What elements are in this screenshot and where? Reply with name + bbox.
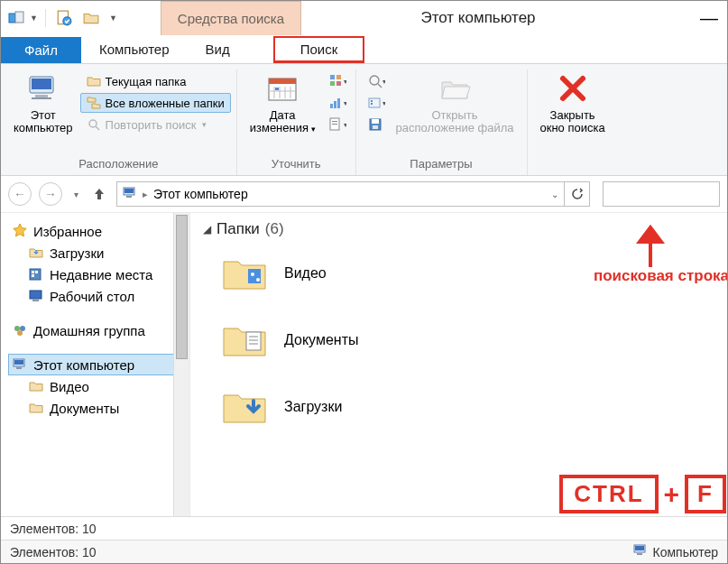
size-filter-button[interactable]: ▾	[328, 95, 346, 111]
svg-text:▾: ▾	[344, 78, 346, 86]
svg-point-52	[14, 326, 20, 331]
address-bar[interactable]: ▸ Этот компьютер ⌄	[116, 181, 565, 207]
other-props-button[interactable]: ▾	[328, 116, 346, 133]
status-bar-inner: Элементов: 10	[1, 516, 727, 540]
repeat-search-button[interactable]: Повторить поиск ▾	[80, 115, 231, 134]
recent-icon	[28, 266, 44, 282]
recent-searches-button[interactable]: ▾	[367, 73, 385, 89]
up-button[interactable]	[89, 184, 109, 204]
search-again-icon	[87, 117, 101, 132]
tab-search[interactable]: Поиск	[273, 36, 365, 63]
current-folder-button[interactable]: Текущая папка	[80, 71, 231, 91]
label: Этоткомпьютер	[14, 109, 73, 135]
tree-documents[interactable]: Документы	[8, 397, 189, 419]
folder-icon	[221, 319, 268, 361]
forward-button[interactable]: →	[39, 182, 62, 206]
tree-this-pc[interactable]: Этот компьютер	[8, 354, 189, 375]
folder-icon	[221, 253, 268, 294]
all-subfolders-button[interactable]: Все вложенные папки	[80, 93, 231, 113]
tree-recent-places[interactable]: Недавние места	[8, 264, 189, 285]
search-input[interactable]	[603, 181, 720, 207]
kind-filter-button[interactable]: ▾	[328, 73, 346, 89]
svg-point-60	[256, 278, 260, 282]
title-bar: ▼ ▼ Средства поиска Этот компьютер —	[1, 1, 727, 35]
star-icon	[12, 223, 28, 239]
svg-rect-67	[637, 553, 642, 555]
svg-point-8	[89, 120, 97, 127]
tab-computer[interactable]: Компьютер	[81, 36, 188, 63]
svg-rect-34	[369, 98, 380, 107]
folder-icon	[87, 74, 101, 88]
svg-text:▾: ▾	[382, 99, 385, 107]
address-dropdown-icon[interactable]: ⌄	[551, 190, 558, 199]
svg-rect-1	[15, 12, 23, 23]
folder-downloads[interactable]: Загрузки	[203, 386, 714, 428]
svg-rect-5	[32, 79, 51, 89]
svg-point-53	[20, 326, 25, 331]
close-search-button[interactable]: Закрытьокно поиска	[533, 69, 613, 135]
advanced-options-button[interactable]: ▾	[367, 95, 385, 111]
tree-downloads[interactable]: Загрузки	[8, 242, 189, 264]
ribbon: Этоткомпьютер Текущая папка Все вложенны…	[1, 64, 727, 176]
window-title: Этот компьютер	[301, 9, 691, 27]
tree-scrollbar[interactable]	[173, 213, 189, 516]
folder-documents[interactable]: Документы	[203, 319, 714, 361]
svg-point-31	[370, 76, 379, 85]
refresh-button[interactable]	[565, 181, 590, 207]
qat-properties-button[interactable]	[53, 7, 75, 29]
svg-rect-21	[336, 81, 341, 86]
computer-icon	[12, 356, 28, 373]
history-dropdown-icon[interactable]: ▾	[69, 188, 82, 200]
address-text: Этот компьютер	[153, 187, 248, 201]
annotation-arrow-icon	[632, 222, 668, 270]
svg-rect-45	[126, 196, 132, 198]
desktop-icon	[28, 288, 44, 304]
svg-rect-17	[275, 88, 279, 90]
svg-rect-40	[373, 125, 378, 129]
svg-rect-51	[32, 300, 39, 301]
files-pane[interactable]: ◢ Папки (6) Видео Документы Загрузки пои…	[190, 213, 727, 516]
svg-rect-7	[32, 97, 51, 99]
ribbon-group-close: Закрытьокно поиска	[528, 69, 618, 175]
path-separator-icon[interactable]: ▸	[143, 189, 148, 200]
svg-text:▾: ▾	[344, 121, 346, 129]
back-button[interactable]: ←	[8, 182, 32, 206]
content-area: Избранное Загрузки Недавние места Рабочи…	[1, 212, 727, 516]
minimize-button[interactable]: —	[691, 1, 727, 35]
svg-point-54	[17, 330, 23, 336]
plus-icon: +	[664, 479, 680, 510]
tab-file[interactable]: Файл	[1, 37, 81, 63]
svg-rect-24	[334, 101, 336, 108]
svg-rect-25	[337, 98, 340, 108]
folder-icon	[28, 378, 44, 394]
svg-rect-35	[371, 100, 373, 102]
svg-rect-29	[332, 124, 337, 125]
tab-view[interactable]: Вид	[188, 36, 248, 63]
ribbon-group-options: ▾ ▾ Открытьрасположение файла Параметры	[356, 69, 528, 175]
svg-rect-20	[330, 81, 335, 86]
svg-rect-0	[9, 14, 15, 23]
svg-rect-6	[35, 95, 48, 97]
svg-rect-44	[124, 189, 134, 193]
contextual-tab-header: Средства поиска	[161, 1, 301, 35]
svg-rect-19	[336, 75, 341, 79]
app-menu-chevron-icon[interactable]: ▼	[30, 14, 38, 23]
tree-homegroup[interactable]: Домашняя группа	[8, 319, 189, 341]
label: Открытьрасположение файла	[396, 109, 514, 135]
tree-favorites[interactable]: Избранное	[8, 220, 189, 242]
date-modified-button[interactable]: Датаизменения ▾	[243, 69, 323, 135]
tree-video[interactable]: Видео	[8, 375, 189, 397]
svg-point-59	[251, 273, 254, 276]
svg-rect-28	[332, 121, 337, 122]
qat-new-folder-button[interactable]	[80, 7, 102, 29]
collapse-triangle-icon[interactable]: ◢	[203, 223, 211, 236]
this-pc-button[interactable]: Этоткомпьютер	[6, 69, 80, 135]
svg-text:▾: ▾	[382, 78, 385, 86]
save-search-button[interactable]	[367, 116, 385, 133]
tree-desktop[interactable]: Рабочий стол	[8, 285, 189, 307]
qat-customize-chevron-icon[interactable]: ▼	[109, 14, 117, 23]
divider	[45, 9, 46, 27]
label: Датаизменения ▾	[250, 109, 316, 135]
ribbon-group-location: Этоткомпьютер Текущая папка Все вложенны…	[1, 69, 237, 175]
svg-rect-49	[32, 274, 34, 277]
